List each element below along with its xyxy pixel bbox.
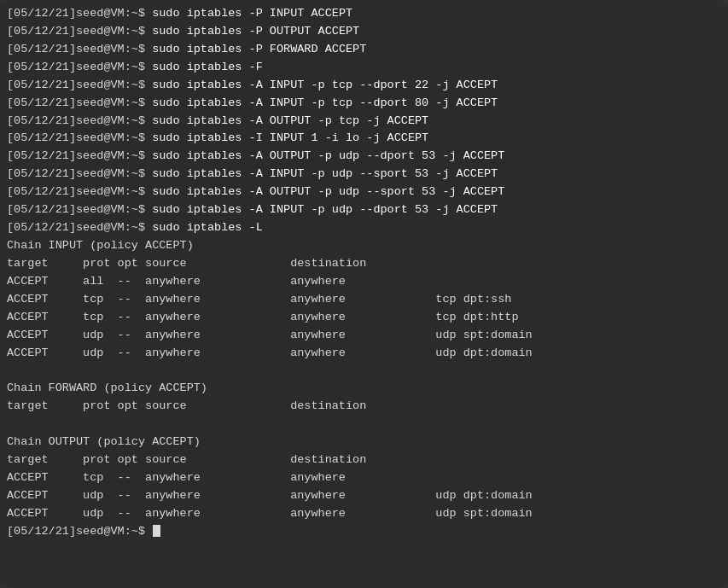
terminal-line: target prot opt source destination: [7, 398, 721, 416]
terminal-line: ACCEPT udp -- anywhere anywhere udp spt:…: [7, 505, 721, 523]
prompt: [05/12/21]seed@VM:~$: [7, 43, 152, 55]
command-text: sudo iptables -P INPUT ACCEPT: [152, 7, 352, 20]
command-text: sudo iptables -A OUTPUT -p tcp -j ACCEPT: [152, 114, 428, 127]
prompt: [05/12/21]seed@VM:~$: [7, 185, 152, 198]
terminal-line: [05/12/21]seed@VM:~$ sudo iptables -I IN…: [7, 130, 721, 148]
terminal-line: Chain INPUT (policy ACCEPT): [7, 237, 721, 255]
terminal-window: [05/12/21]seed@VM:~$ sudo iptables -P IN…: [0, 0, 728, 588]
prompt: [05/12/21]seed@VM:~$: [7, 7, 152, 20]
terminal-line: [05/12/21]seed@VM:~$ sudo iptables -A IN…: [7, 166, 721, 183]
prompt: [05/12/21]seed@VM:~$: [7, 203, 152, 216]
terminal-line: target prot opt source destination: [7, 451, 721, 469]
prompt: [05/12/21]seed@VM:~$: [7, 221, 152, 234]
terminal-line: ACCEPT all -- anywhere anywhere: [7, 273, 721, 291]
terminal-line: [05/12/21]seed@VM:~$ sudo iptables -F: [7, 59, 721, 77]
terminal-line: [05/12/21]seed@VM:~$ sudo iptables -A IN…: [7, 201, 721, 219]
terminal-line: [05/12/21]seed@VM:~$ sudo iptables -P IN…: [7, 5, 721, 23]
terminal-line: Chain FORWARD (policy ACCEPT): [7, 380, 721, 398]
prompt: [05/12/21]seed@VM:~$: [7, 79, 152, 91]
prompt: [05/12/21]seed@VM:~$: [7, 131, 152, 144]
command-text: sudo iptables -A INPUT -p udp --dport 53…: [152, 203, 498, 216]
prompt: [05/12/21]seed@VM:~$: [7, 96, 152, 109]
cursor: [153, 525, 160, 537]
prompt: [05/12/21]seed@VM:~$: [7, 25, 152, 38]
terminal-line: Chain OUTPUT (policy ACCEPT): [7, 434, 721, 451]
command-text: sudo iptables -L: [152, 221, 263, 234]
command-text: sudo iptables -F: [152, 61, 263, 73]
terminal-line: [7, 416, 721, 434]
command-text: sudo iptables -A INPUT -p udp --sport 53…: [152, 167, 498, 180]
terminal-line: ACCEPT udp -- anywhere anywhere udp spt:…: [7, 327, 721, 345]
terminal-line: [05/12/21]seed@VM:~$: [7, 523, 721, 541]
terminal-line: ACCEPT udp -- anywhere anywhere udp dpt:…: [7, 487, 721, 505]
terminal-line: [05/12/21]seed@VM:~$ sudo iptables -A IN…: [7, 77, 721, 95]
terminal-line: [05/12/21]seed@VM:~$ sudo iptables -A IN…: [7, 95, 721, 113]
prompt: [05/12/21]seed@VM:~$: [7, 167, 152, 180]
terminal-line: [05/12/21]seed@VM:~$ sudo iptables -L: [7, 219, 721, 237]
terminal-line: ACCEPT tcp -- anywhere anywhere tcp dpt:…: [7, 309, 721, 327]
command-text: sudo iptables -A INPUT -p tcp --dport 80…: [152, 96, 498, 109]
prompt: [05/12/21]seed@VM:~$: [7, 525, 152, 538]
command-text: sudo iptables -P OUTPUT ACCEPT: [152, 25, 359, 38]
terminal-line: ACCEPT tcp -- anywhere anywhere: [7, 469, 721, 487]
command-text: sudo iptables -P FORWARD ACCEPT: [152, 43, 366, 55]
command-text: sudo iptables -I INPUT 1 -i lo -j ACCEPT: [152, 131, 428, 144]
command-text: sudo iptables -A OUTPUT -p udp --sport 5…: [152, 185, 504, 198]
terminal-line: [7, 362, 721, 380]
terminal-line: ACCEPT tcp -- anywhere anywhere tcp dpt:…: [7, 291, 721, 309]
terminal-line: ACCEPT udp -- anywhere anywhere udp dpt:…: [7, 345, 721, 363]
terminal-line: [05/12/21]seed@VM:~$ sudo iptables -A OU…: [7, 148, 721, 166]
command-text: sudo iptables -A INPUT -p tcp --dport 22…: [152, 79, 498, 91]
terminal-content: [05/12/21]seed@VM:~$ sudo iptables -P IN…: [7, 5, 721, 541]
command-text: sudo iptables -A OUTPUT -p udp --dport 5…: [152, 149, 504, 162]
terminal-line: target prot opt source destination: [7, 255, 721, 273]
terminal-line: [05/12/21]seed@VM:~$ sudo iptables -A OU…: [7, 113, 721, 131]
terminal-line: [05/12/21]seed@VM:~$ sudo iptables -P OU…: [7, 23, 721, 41]
terminal-line: [05/12/21]seed@VM:~$ sudo iptables -A OU…: [7, 183, 721, 201]
prompt: [05/12/21]seed@VM:~$: [7, 149, 152, 162]
prompt: [05/12/21]seed@VM:~$: [7, 114, 152, 127]
terminal-line: [05/12/21]seed@VM:~$ sudo iptables -P FO…: [7, 41, 721, 59]
prompt: [05/12/21]seed@VM:~$: [7, 61, 152, 73]
